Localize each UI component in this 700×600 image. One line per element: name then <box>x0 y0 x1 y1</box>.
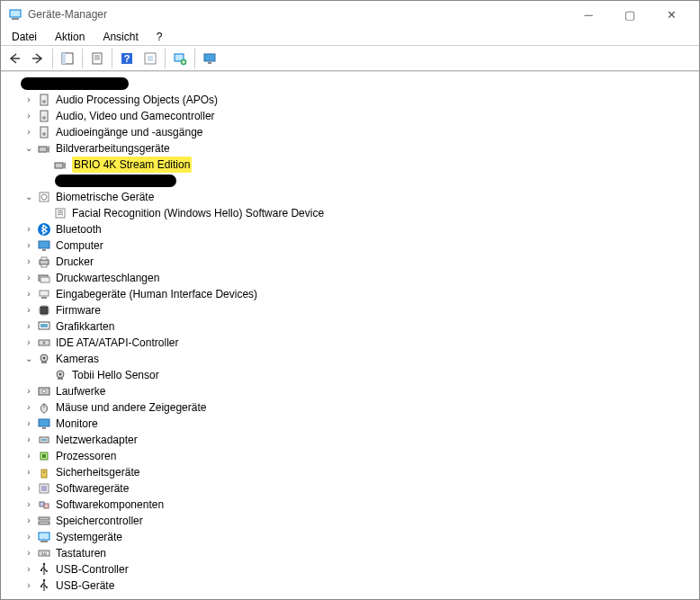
titlebar: Geräte-Manager ─ ▢ ✕ <box>1 1 699 28</box>
properties-icon[interactable] <box>86 48 108 69</box>
printer-icon <box>37 255 51 269</box>
forward-icon[interactable] <box>27 48 49 69</box>
toolbar-separator <box>194 49 195 68</box>
chevron-right-icon[interactable]: › <box>22 110 35 122</box>
chevron-right-icon[interactable]: › <box>22 336 35 349</box>
tree-category[interactable]: ›Softwaregeräte <box>6 480 694 497</box>
tree-category[interactable]: ›Mäuse und andere Zeigegeräte <box>6 399 694 416</box>
minimize-button[interactable]: ─ <box>568 1 609 28</box>
device-tree[interactable]: ⌄›Audio Processing Objects (APOs)›Audio,… <box>1 71 699 600</box>
tree-item-label: Systemgeräte <box>56 529 122 545</box>
tree-device[interactable]: Tobii Hello Sensor <box>6 367 694 383</box>
chevron-right-icon[interactable]: › <box>22 126 35 139</box>
hid-icon <box>37 287 51 301</box>
tree-item-label: Softwaregeräte <box>56 480 129 497</box>
chevron-right-icon[interactable]: › <box>22 466 35 479</box>
chevron-right-icon[interactable]: › <box>22 239 35 252</box>
chevron-right-icon[interactable]: › <box>22 450 35 462</box>
close-button[interactable]: ✕ <box>651 1 692 28</box>
tree-category[interactable]: ›Grafikkarten <box>6 318 694 335</box>
tree-category[interactable]: ›Speichercontroller <box>6 513 694 529</box>
chevron-right-icon[interactable]: › <box>22 401 35 414</box>
menu-ansicht[interactable]: Ansicht <box>95 29 145 45</box>
tree-category[interactable]: ⌄ <box>6 76 694 92</box>
camera-icon <box>53 157 67 172</box>
chevron-down-icon[interactable]: ⌄ <box>22 191 35 203</box>
tree-category[interactable]: ›Softwarekomponenten <box>6 497 694 513</box>
tree-item-label: Firmware <box>56 302 101 318</box>
chevron-right-icon[interactable]: › <box>22 417 35 430</box>
chevron-down-icon[interactable]: ⌄ <box>22 353 35 365</box>
tree-category[interactable]: ›USB-Geräte <box>6 578 694 594</box>
chevron-right-icon[interactable]: › <box>22 563 35 576</box>
tree-category[interactable]: ›Monitore <box>6 416 694 432</box>
tree-category[interactable]: ›USB-Controller <box>6 561 694 578</box>
disk-icon <box>37 384 51 399</box>
scan-hardware-icon[interactable] <box>169 48 191 69</box>
speaker-icon <box>37 93 51 107</box>
chevron-right-icon[interactable]: › <box>22 94 35 106</box>
tree-category[interactable]: ›Bluetooth <box>6 221 694 237</box>
maximize-button[interactable]: ▢ <box>609 1 651 28</box>
tree-category[interactable]: ›Systemgeräte <box>6 529 694 545</box>
showhide-tree-icon[interactable] <box>57 48 78 69</box>
chevron-down-icon[interactable]: ⌄ <box>22 142 35 155</box>
tree-category[interactable]: ›Audio, Video und Gamecontroller <box>6 108 694 124</box>
toolbar-separator <box>165 49 166 68</box>
back-icon[interactable] <box>4 48 25 69</box>
tree-item-label: USB-Controller <box>56 561 129 578</box>
chevron-right-icon[interactable]: › <box>22 320 35 333</box>
tree-category[interactable]: ›Firmware <box>6 302 694 318</box>
network-icon <box>37 433 51 447</box>
chevron-right-icon[interactable]: › <box>22 434 35 446</box>
tree-item-label: Mäuse und andere Zeigegeräte <box>56 399 206 416</box>
tree-category[interactable]: ›Netzwerkadapter <box>6 432 694 448</box>
tree-category[interactable]: ›Audio Processing Objects (APOs) <box>6 92 694 108</box>
app-icon <box>8 7 22 22</box>
chevron-right-icon[interactable]: › <box>22 272 35 284</box>
tree-category[interactable]: ›IDE ATA/ATAPI-Controller <box>6 335 694 351</box>
tree-item-label: Eingabegeräte (Human Interface Devices) <box>56 286 257 302</box>
help-icon[interactable] <box>116 48 138 69</box>
tree-category[interactable]: ›Tastaturen <box>6 545 694 561</box>
toolbar-separator <box>112 49 112 68</box>
tree-category[interactable]: ›Audioeingänge und -ausgänge <box>6 124 694 140</box>
tree-category[interactable]: ›Druckwarteschlangen <box>6 270 694 286</box>
chevron-right-icon[interactable]: › <box>22 385 35 398</box>
biometric-icon <box>37 190 51 204</box>
tree-device[interactable]: Facial Recognition (Windows Hello) Softw… <box>6 205 694 221</box>
tree-category[interactable]: ›Sicherheitsgeräte <box>6 464 694 480</box>
tree-category[interactable]: ›Computer <box>6 237 694 254</box>
window-title: Geräte-Manager <box>28 8 107 21</box>
tree-item-label: Facial Recognition (Windows Hello) Softw… <box>72 205 324 221</box>
chevron-right-icon[interactable]: › <box>22 547 35 560</box>
chevron-right-icon[interactable]: › <box>22 223 35 236</box>
tree-category[interactable]: ⌄Biometrische Geräte <box>6 189 694 205</box>
action-icon[interactable] <box>139 48 161 69</box>
tree-category[interactable]: ›Drucker <box>6 254 694 270</box>
chevron-right-icon[interactable]: › <box>22 498 35 511</box>
tree-category[interactable]: ⌄Kameras <box>6 351 694 367</box>
tree-category[interactable]: ›Laufwerke <box>6 383 694 399</box>
menu-aktion[interactable]: Aktion <box>48 29 92 45</box>
tree-device[interactable]: BRIO 4K Stream Edition <box>6 157 694 173</box>
chevron-right-icon[interactable]: › <box>22 304 35 317</box>
chevron-right-icon[interactable]: › <box>22 288 35 300</box>
chevron-right-icon[interactable]: › <box>22 482 35 495</box>
tree-device[interactable] <box>6 173 694 189</box>
chevron-right-icon[interactable]: › <box>22 531 35 543</box>
chevron-right-icon[interactable]: › <box>22 515 35 527</box>
menu-datei[interactable]: Datei <box>4 29 44 45</box>
tree-category[interactable]: ⌄Bildverarbeitungsgeräte <box>6 140 694 157</box>
monitor-icon[interactable] <box>199 48 220 69</box>
usb-icon <box>37 578 51 593</box>
chip-icon <box>37 303 51 318</box>
software-icon <box>37 481 51 496</box>
chevron-right-icon[interactable]: › <box>22 255 35 268</box>
tree-category[interactable]: ›Eingabegeräte (Human Interface Devices) <box>6 286 694 302</box>
menu-?[interactable]: ? <box>149 29 170 45</box>
tree-category[interactable]: ›Prozessoren <box>6 448 694 464</box>
chevron-right-icon[interactable]: › <box>22 579 35 592</box>
ide-icon <box>37 336 51 350</box>
tree-item-label: Bildverarbeitungsgeräte <box>56 140 170 157</box>
